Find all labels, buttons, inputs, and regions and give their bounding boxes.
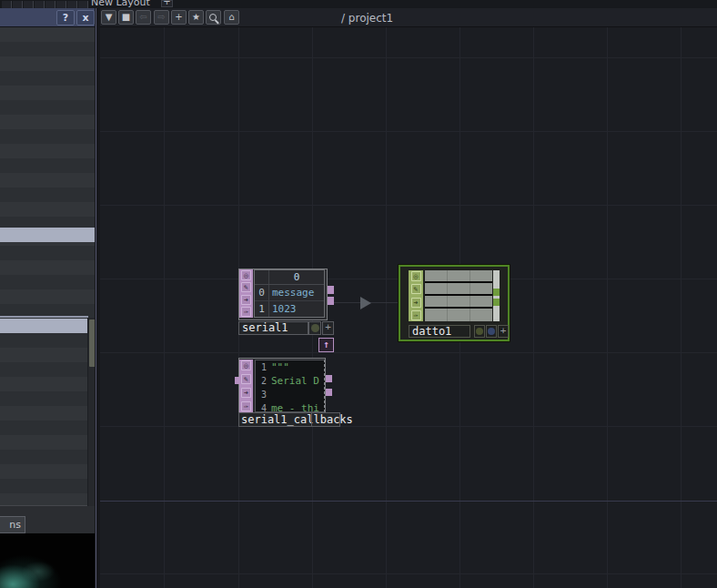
table-header-row: 0 xyxy=(255,270,324,285)
serial1-table-viewer[interactable]: 0 0 message 1 1023 xyxy=(254,269,325,318)
left-panel: ns xyxy=(0,27,95,588)
search-icon[interactable] xyxy=(206,10,221,25)
scrollbar-thumb[interactable] xyxy=(493,289,500,296)
grid-line xyxy=(100,352,717,353)
row-separator xyxy=(425,281,492,283)
parameter-list[interactable] xyxy=(0,27,95,506)
selected-row[interactable] xyxy=(0,228,95,242)
render-flag[interactable] xyxy=(308,321,321,335)
dock-tab-stub[interactable] xyxy=(35,1,45,8)
datto1-table-viewer[interactable] xyxy=(425,270,492,321)
node-serial1[interactable]: ◎ ✎ ➜ ✑ 0 0 message 1 1023 xyxy=(238,269,340,355)
viewer-flag-icon[interactable]: ◎ xyxy=(241,360,251,370)
help-button[interactable]: ? xyxy=(56,10,75,25)
network-editor[interactable]: ◎ ✎ ➜ ✑ 0 0 message 1 1023 xyxy=(100,27,717,588)
layout-tab-bar: New Layout + xyxy=(0,0,717,8)
node-serial1-callbacks[interactable]: ◎ ✎ ➜ ✑ 1""" 2Serial D 3 4me - thi seria… xyxy=(235,358,342,431)
render-flag[interactable] xyxy=(474,325,485,338)
wire-arrow-icon xyxy=(360,297,371,309)
home-icon[interactable]: ⌂ xyxy=(224,10,239,25)
touchdesigner-window: New Layout + ? x ▼ ■ ⇦ ⇨ + ★ ⌂ / project… xyxy=(0,0,717,588)
grid-line xyxy=(100,57,717,58)
tab-new-layout[interactable]: New Layout xyxy=(91,0,158,8)
grid-line xyxy=(100,205,717,206)
bypass-flag-icon[interactable]: ✑ xyxy=(241,307,251,317)
grid-line xyxy=(681,27,682,588)
edit-flag-icon[interactable]: ✎ xyxy=(241,282,251,292)
expand-flag-button[interactable]: + xyxy=(498,325,509,338)
code-line: 3 xyxy=(256,389,324,402)
flag-dot xyxy=(476,328,483,335)
scrollbar-thumb[interactable] xyxy=(493,299,500,306)
dropdown-arrow-icon[interactable]: ▼ xyxy=(101,10,116,25)
magnifier-glyph xyxy=(209,14,217,21)
callbacks-code-viewer[interactable]: 1""" 2Serial D 3 4me - thi xyxy=(255,360,325,412)
table-row: 1 1023 xyxy=(255,301,324,318)
grid-line-major xyxy=(100,501,717,502)
table-row: 0 message xyxy=(255,285,324,301)
add-icon[interactable]: + xyxy=(171,10,187,25)
grid-line xyxy=(100,573,717,574)
dock-tab-stub[interactable] xyxy=(56,1,66,8)
code-line: 4me - thi xyxy=(256,402,324,412)
viewer-flag-icon[interactable]: ◎ xyxy=(241,270,251,280)
back-arrow-icon[interactable]: ⇦ xyxy=(136,10,151,25)
bottom-tab[interactable]: ns xyxy=(0,516,25,533)
smoke-thumbnail xyxy=(0,533,95,588)
output-connector[interactable] xyxy=(328,286,334,294)
flag-dot xyxy=(311,324,319,332)
output-connector[interactable] xyxy=(328,297,334,305)
bypass-flag-icon[interactable]: ✑ xyxy=(411,310,421,320)
dock-indicator-arrow[interactable]: ↑ xyxy=(318,338,334,352)
node-datto1[interactable]: ◎ ✎ ➜ ✑ datto1 + xyxy=(399,265,510,341)
dock-tab-stub[interactable] xyxy=(78,1,88,8)
export-flag-icon[interactable]: ➜ xyxy=(241,295,251,305)
edit-flag-icon[interactable]: ✎ xyxy=(411,284,421,294)
corner-cell xyxy=(255,270,269,284)
bookmark-star-icon[interactable]: ★ xyxy=(188,10,204,25)
code-line: 1""" xyxy=(256,361,324,375)
preview-image[interactable] xyxy=(0,533,95,588)
node-name-label[interactable]: datto1 xyxy=(409,325,470,338)
expand-flag-button[interactable]: + xyxy=(322,321,334,335)
export-flag-icon[interactable]: ➜ xyxy=(411,298,421,308)
grid-line xyxy=(100,131,717,132)
stop-icon[interactable]: ■ xyxy=(118,10,134,25)
export-flag-icon[interactable]: ➜ xyxy=(241,388,251,398)
row-separator xyxy=(425,307,492,309)
dock-tab-stub[interactable] xyxy=(45,1,56,8)
viewer-scrollbar[interactable] xyxy=(493,270,500,321)
output-connector[interactable] xyxy=(326,375,332,382)
row-separator xyxy=(425,294,492,296)
dialog-header: ? x xyxy=(0,8,95,27)
viewer-flag-icon[interactable]: ◎ xyxy=(411,271,421,281)
grid-line xyxy=(100,426,717,427)
add-layout-tab-button[interactable]: + xyxy=(161,0,173,7)
close-button[interactable]: x xyxy=(76,10,95,25)
dock-tab-stub[interactable] xyxy=(24,1,34,8)
grid-line xyxy=(533,27,534,588)
node-flags: ◎ ✎ ➜ ✑ xyxy=(409,270,423,321)
bypass-flag-icon[interactable]: ✑ xyxy=(241,401,251,411)
column-header: 0 xyxy=(269,270,324,284)
code-line: 2Serial D xyxy=(256,375,324,389)
selected-row[interactable] xyxy=(0,319,88,333)
breadcrumb[interactable]: / project1 xyxy=(341,12,393,25)
grid-line xyxy=(164,27,165,588)
dock-tab-stub[interactable] xyxy=(13,1,23,8)
forward-arrow-icon[interactable]: ⇨ xyxy=(154,10,169,25)
tab-label: New Layout xyxy=(91,0,158,8)
dock-tab-stub[interactable] xyxy=(2,1,12,8)
grid-line xyxy=(607,27,608,588)
flag-dot xyxy=(488,328,495,335)
node-name-label[interactable]: serial1 xyxy=(238,321,308,335)
network-toolbar: ▼ ■ ⇦ ⇨ + ★ ⌂ / project1 xyxy=(100,8,717,27)
dock-tab-stub[interactable] xyxy=(67,1,77,8)
display-flag[interactable] xyxy=(486,325,497,338)
node-flags: ◎ ✎ ➜ ✑ xyxy=(239,360,253,412)
node-flags: ◎ ✎ ➜ ✑ xyxy=(239,269,253,318)
section-divider xyxy=(0,316,88,318)
output-connector[interactable] xyxy=(326,389,332,396)
node-name-label[interactable]: serial1_callbacks xyxy=(238,412,340,427)
edit-flag-icon[interactable]: ✎ xyxy=(241,374,251,384)
